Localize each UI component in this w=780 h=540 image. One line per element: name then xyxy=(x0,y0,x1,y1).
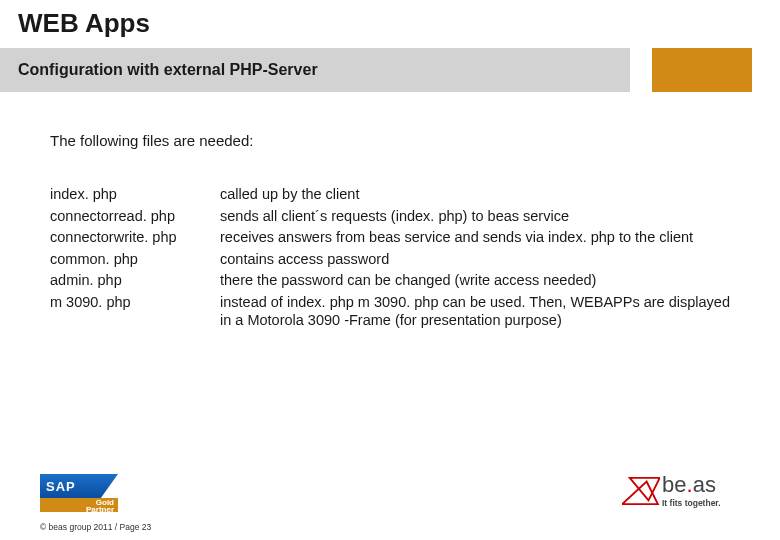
beas-b: b xyxy=(662,472,674,497)
subtitle-bar: Configuration with external PHP-Server xyxy=(0,48,630,92)
sap-brand-text: SAP xyxy=(40,479,76,494)
subtitle: Configuration with external PHP-Server xyxy=(18,61,318,79)
file-desc: receives answers from beas service and s… xyxy=(220,228,730,247)
beas-triangle-icon xyxy=(622,476,660,506)
copyright-text: © beas group 2011 / Page 23 xyxy=(40,522,151,532)
beas-s: s xyxy=(705,472,716,497)
file-desc: there the password can be changed (write… xyxy=(220,271,730,290)
file-name: common. php xyxy=(50,250,216,269)
file-desc: instead of index. php m 3090. php can be… xyxy=(220,293,730,330)
file-desc: contains access password xyxy=(220,250,730,269)
intro-text: The following files are needed: xyxy=(50,132,730,149)
slide: WEB Apps Configuration with external PHP… xyxy=(0,0,780,540)
page-title: WEB Apps xyxy=(0,0,780,41)
file-name: admin. php xyxy=(50,271,216,290)
beas-logo: be.as It fits together. xyxy=(622,472,752,518)
file-name: connectorwrite. php xyxy=(50,228,216,247)
file-name: m 3090. php xyxy=(50,293,216,330)
file-name: index. php xyxy=(50,185,216,204)
file-desc: called up by the client xyxy=(220,185,730,204)
sap-partner-badge: SAP Gold Partner xyxy=(40,474,118,512)
beas-a: a xyxy=(693,472,705,497)
file-table: index. php called up by the client conne… xyxy=(50,185,730,330)
accent-block xyxy=(652,48,752,92)
beas-e: e xyxy=(674,472,686,497)
beas-brand-text: be.as xyxy=(662,472,716,498)
sap-partner-text: Partner xyxy=(40,506,114,513)
sap-logo-icon: SAP xyxy=(40,474,118,498)
file-desc: sends all client´s requests (index. php)… xyxy=(220,207,730,226)
beas-tagline: It fits together. xyxy=(662,498,721,508)
file-name: connectorread. php xyxy=(50,207,216,226)
header-band: WEB Apps Configuration with external PHP… xyxy=(0,0,780,98)
footer: SAP Gold Partner be.as It fits together.… xyxy=(0,468,780,540)
sap-gold-partner-label: Gold Partner xyxy=(40,498,118,512)
body-content: The following files are needed: index. p… xyxy=(0,98,780,330)
